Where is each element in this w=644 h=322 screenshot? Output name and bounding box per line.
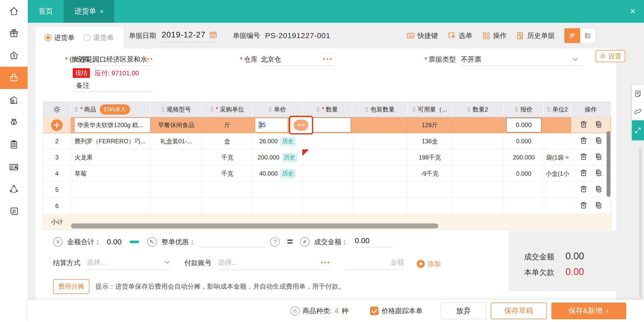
qty2-cell[interactable] bbox=[452, 182, 504, 198]
fullscreen-button[interactable] bbox=[632, 120, 644, 141]
delete-row-button[interactable] bbox=[580, 185, 588, 195]
pack-qty-cell[interactable] bbox=[352, 117, 408, 133]
operations-button[interactable]: 操作 bbox=[482, 31, 507, 40]
header-unit2[interactable]: 单位2 bbox=[544, 102, 571, 117]
pack-qty-cell[interactable] bbox=[352, 198, 408, 214]
date-field[interactable]: 2019-12-27 bbox=[160, 29, 219, 42]
unit2-cell[interactable]: 袋(1袋 ≈ bbox=[544, 149, 571, 166]
qty-cell[interactable] bbox=[302, 149, 352, 166]
qty2-cell[interactable] bbox=[452, 149, 504, 166]
card-view-button[interactable] bbox=[580, 28, 596, 43]
delete-row-button[interactable] bbox=[580, 201, 588, 211]
page-scrollbar[interactable] bbox=[639, 147, 642, 298]
save-draft-button[interactable]: 保存草稿 bbox=[491, 303, 547, 319]
price-cell[interactable] bbox=[253, 198, 302, 214]
copy-row-button[interactable] bbox=[594, 136, 602, 146]
spec-cell[interactable] bbox=[151, 198, 202, 214]
table-vertical-scrollbar[interactable] bbox=[607, 131, 610, 197]
qty-cell[interactable] bbox=[302, 166, 352, 182]
checkbox-checked-icon[interactable] bbox=[370, 307, 379, 315]
close-tab-icon[interactable]: × bbox=[100, 8, 104, 15]
delete-row-button[interactable] bbox=[580, 152, 588, 163]
radio-return[interactable]: 退货单 bbox=[84, 33, 114, 42]
qty-cell[interactable] bbox=[302, 182, 352, 198]
qty2-cell[interactable] bbox=[452, 166, 504, 182]
scan-entry-button[interactable]: 扫码录入 bbox=[100, 104, 130, 114]
header-qty2[interactable]: 数量2 bbox=[452, 102, 504, 117]
quote-input[interactable]: 0.000 bbox=[506, 118, 541, 132]
chevron-down-icon[interactable] bbox=[572, 56, 579, 63]
remark-input[interactable] bbox=[72, 91, 153, 92]
supplier-value[interactable]: 大连花园口经济区景和水果种植基地 bbox=[72, 55, 148, 64]
product-cell[interactable]: 费列罗（FERRERO）巧... bbox=[71, 133, 151, 149]
copy-row-button[interactable] bbox=[594, 169, 602, 179]
history-badge[interactable]: 历史 bbox=[280, 169, 295, 178]
product-cell[interactable] bbox=[71, 182, 151, 198]
sidebar-item-home[interactable] bbox=[0, 0, 28, 22]
column-settings-cell[interactable] bbox=[43, 102, 71, 117]
fee-share-button[interactable]: 费用分摊 bbox=[53, 279, 89, 294]
quote-cell[interactable]: 0.000 bbox=[504, 166, 544, 182]
unit-cell[interactable]: 千克 bbox=[202, 166, 253, 182]
warehouse-value[interactable]: 北京仓 bbox=[261, 55, 321, 64]
spec-cell[interactable] bbox=[151, 149, 202, 166]
history-badge[interactable]: 历史 bbox=[280, 137, 295, 146]
pack-qty-cell[interactable] bbox=[352, 182, 408, 198]
copy-row-button[interactable] bbox=[594, 185, 602, 195]
table-horizontal-scrollbar[interactable] bbox=[71, 223, 438, 228]
discard-button[interactable]: 放弃 bbox=[441, 303, 486, 319]
pack-qty-cell[interactable] bbox=[352, 166, 408, 182]
unit2-cell[interactable]: 小盒(1小 bbox=[544, 166, 571, 182]
note-panel-button[interactable] bbox=[632, 85, 644, 103]
product-cell[interactable] bbox=[71, 198, 151, 214]
quote-cell[interactable]: 200.000 bbox=[504, 149, 544, 166]
pay-amount-input[interactable]: 金额 bbox=[346, 258, 404, 270]
quote-cell[interactable] bbox=[504, 182, 544, 198]
delete-row-button[interactable] bbox=[580, 169, 588, 179]
qty-cell[interactable] bbox=[302, 198, 352, 214]
unit2-cell[interactable] bbox=[544, 133, 571, 149]
unit-cell[interactable]: 千克 bbox=[202, 149, 253, 166]
price-cell[interactable]: 26.000历史 bbox=[253, 133, 302, 149]
qty2-cell[interactable] bbox=[452, 133, 504, 149]
sidebar-item-gift[interactable] bbox=[0, 22, 28, 44]
unit-cell[interactable]: 盒 bbox=[202, 133, 253, 149]
radio-purchase[interactable]: 进货单 bbox=[44, 33, 75, 42]
sidebar-item-orders[interactable] bbox=[0, 133, 28, 156]
sort-icon[interactable] bbox=[75, 107, 78, 112]
header-unit[interactable]: 采购单位 bbox=[202, 102, 253, 117]
help-icon[interactable]: ? bbox=[270, 237, 280, 247]
sidebar-item-funds[interactable]: ¥ bbox=[0, 111, 28, 133]
tab-purchase-order[interactable]: 进货单 × bbox=[64, 0, 114, 23]
hotkeys-button[interactable]: 快捷键 bbox=[406, 31, 438, 40]
product-input[interactable]: 华美华夫软饼1200g 糕... bbox=[75, 118, 150, 132]
sidebar-item-sales[interactable]: $ bbox=[0, 44, 28, 67]
quote-cell[interactable] bbox=[504, 198, 544, 214]
history-orders-button[interactable]: 历史单据 bbox=[516, 31, 555, 40]
invoice-type-value[interactable]: 不开票 bbox=[461, 55, 516, 64]
sidebar-item-warehouse[interactable] bbox=[0, 89, 28, 111]
sidebar-item-purchase[interactable] bbox=[0, 67, 28, 89]
product-cell[interactable]: 华美华夫软饼1200g 糕... bbox=[71, 117, 151, 133]
spec-cell[interactable] bbox=[151, 182, 202, 198]
spec-cell[interactable]: 礼盒装01-... bbox=[151, 133, 202, 149]
price-cell[interactable]: 40.000历史 bbox=[253, 166, 302, 182]
header-spec[interactable]: 规格型号 bbox=[151, 102, 202, 117]
spec-cell[interactable]: 早餐休闲食品 bbox=[151, 117, 202, 133]
header-price[interactable]: 单价 bbox=[253, 102, 302, 117]
price-cell[interactable] bbox=[253, 182, 302, 198]
header-pack-qty[interactable]: 包装数量 bbox=[352, 102, 408, 117]
pay-account-select[interactable]: 选择... bbox=[218, 258, 329, 270]
list-view-button[interactable] bbox=[564, 28, 580, 43]
qty2-cell[interactable] bbox=[452, 198, 504, 214]
price-cell[interactable]: 200.000历史 bbox=[253, 149, 302, 166]
unit2-cell[interactable] bbox=[544, 198, 571, 214]
settings-button[interactable]: 设置 bbox=[596, 50, 625, 62]
sidebar-item-new[interactable]: 新 bbox=[0, 200, 28, 222]
sidebar-item-contacts[interactable] bbox=[0, 156, 28, 178]
close-window-icon[interactable]: × bbox=[630, 0, 635, 23]
header-quote[interactable]: 报价 bbox=[504, 102, 544, 117]
history-badge[interactable]: 历史 bbox=[282, 153, 297, 162]
pack-qty-cell[interactable] bbox=[352, 149, 408, 166]
product-cell[interactable]: 草莓 bbox=[71, 166, 151, 182]
